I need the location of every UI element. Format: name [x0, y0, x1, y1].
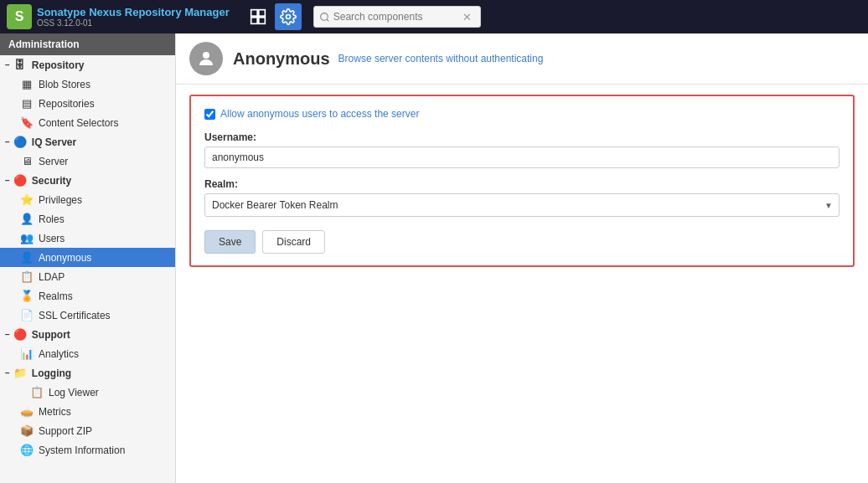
- svg-rect-0: [251, 10, 257, 17]
- sidebar-item-repositories[interactable]: ▤ Repositories: [0, 94, 175, 113]
- browse-icon-btn[interactable]: [245, 3, 271, 30]
- svg-point-4: [286, 15, 290, 19]
- search-clear-icon[interactable]: ✕: [462, 11, 472, 23]
- sidebar-item-metrics[interactable]: 🥧 Metrics: [0, 402, 175, 421]
- blob-icon: ▦: [20, 78, 34, 90]
- sidebar-label: Log Viewer: [49, 387, 99, 398]
- sidebar-item-support-zip[interactable]: 📦 Support ZIP: [0, 421, 175, 440]
- admin-icon-btn[interactable]: [275, 3, 302, 30]
- topbar-icons: [245, 3, 302, 30]
- expand-icon: −: [5, 330, 10, 339]
- sidebar-label: LDAP: [39, 271, 65, 283]
- svg-line-6: [327, 19, 328, 21]
- sidebar-label: Anonymous: [39, 252, 91, 264]
- sidebar-label: SSL Certificates: [39, 310, 111, 321]
- topbar: S Sonatype Nexus Repository Manager OSS …: [0, 0, 868, 33]
- avatar: [189, 42, 223, 75]
- username-input[interactable]: [204, 146, 840, 168]
- expand-icon: −: [5, 176, 10, 185]
- iq-icon: 🔵: [13, 136, 27, 148]
- svg-point-7: [203, 52, 209, 59]
- sidebar-label: Logging: [32, 367, 71, 379]
- title-rest: exus Repository Manager: [97, 6, 230, 18]
- sidebar-item-content-selectors[interactable]: 🔖 Content Selectors: [0, 113, 175, 132]
- ldap-icon: 📋: [20, 270, 34, 283]
- sidebar-label: Users: [39, 233, 65, 244]
- sidebar-label: Security: [32, 175, 71, 187]
- content-sel-icon: 🔖: [20, 116, 34, 129]
- sidebar-item-ssl[interactable]: 📄 SSL Certificates: [0, 306, 175, 325]
- sidebar-item-support[interactable]: − 🔴 Support: [0, 325, 175, 344]
- sidebar-item-roles[interactable]: 👤 Roles: [0, 209, 175, 229]
- zip-icon: 📦: [20, 424, 34, 437]
- search-input[interactable]: [333, 11, 459, 23]
- sidebar-item-security[interactable]: − 🔴 Security: [0, 171, 175, 190]
- sidebar-label: Realms: [39, 290, 73, 302]
- logview-icon: 📋: [30, 386, 44, 398]
- page-description: Browse server contents without authentic…: [338, 53, 544, 64]
- sidebar-item-iq-server[interactable]: − 🔵 IQ Server: [0, 132, 175, 152]
- expand-icon: −: [5, 60, 10, 69]
- sidebar-label: Privileges: [39, 194, 82, 206]
- roles-icon: 👤: [20, 213, 34, 225]
- sidebar-item-privileges[interactable]: ⭐ Privileges: [0, 190, 175, 209]
- title-text: Sonatype: [37, 6, 89, 18]
- save-button[interactable]: Save: [204, 230, 256, 254]
- realm-select[interactable]: Docker Bearer Token Realm Local Authenti…: [204, 193, 840, 217]
- username-group: Username:: [204, 131, 840, 168]
- repos-icon: ▤: [20, 97, 34, 110]
- sidebar-item-repository[interactable]: − 🗄 Repository: [0, 55, 175, 75]
- allow-anonymous-label[interactable]: Allow anonymous users to access the serv…: [220, 108, 419, 120]
- sidebar-item-logging[interactable]: − 📁 Logging: [0, 363, 175, 383]
- sidebar-item-users[interactable]: 👥 Users: [0, 229, 175, 248]
- priv-icon: ⭐: [20, 193, 34, 206]
- svg-rect-1: [259, 10, 266, 17]
- app-title-wrap: Sonatype Nexus Repository Manager OSS 3.…: [37, 6, 233, 28]
- sidebar-item-blob-stores[interactable]: ▦ Blob Stores: [0, 75, 175, 94]
- server-icon: 🖥: [20, 155, 34, 167]
- version-label: OSS 3.12.0-01: [37, 18, 233, 28]
- sidebar-item-realms[interactable]: 🏅 Realms: [0, 286, 175, 306]
- ssl-icon: 📄: [20, 309, 34, 321]
- sidebar-label: Support: [32, 329, 70, 341]
- svg-point-5: [320, 13, 328, 20]
- checkbox-row: Allow anonymous users to access the serv…: [204, 108, 840, 120]
- metrics-icon: 🥧: [20, 405, 34, 418]
- discard-button[interactable]: Discard: [262, 230, 325, 254]
- analytics-icon: 📊: [20, 347, 34, 360]
- sidebar-header: Administration: [0, 33, 175, 55]
- sidebar-item-server[interactable]: 🖥 Server: [0, 152, 175, 171]
- logging-icon: 📁: [13, 367, 27, 379]
- svg-rect-3: [259, 18, 266, 24]
- sidebar-item-analytics[interactable]: 📊 Analytics: [0, 344, 175, 363]
- sidebar-label: Support ZIP: [39, 425, 92, 437]
- sidebar-item-system-info[interactable]: 🌐 System Information: [0, 440, 175, 460]
- support-icon: 🔴: [13, 328, 27, 341]
- sidebar-item-anonymous[interactable]: 👤 Anonymous: [0, 248, 175, 267]
- allow-anonymous-checkbox[interactable]: [204, 109, 215, 120]
- page-header: Anonymous Browse server contents without…: [176, 33, 868, 85]
- logo: S: [7, 4, 32, 29]
- form-panel: Allow anonymous users to access the serv…: [189, 95, 855, 267]
- search-box[interactable]: ✕: [313, 6, 481, 28]
- security-icon: 🔴: [13, 174, 27, 187]
- sidebar-label: Repository: [32, 59, 85, 71]
- realms-icon: 🏅: [20, 290, 34, 302]
- users-icon: 👥: [20, 232, 34, 244]
- realm-group: Realm: Docker Bearer Token Realm Local A…: [204, 178, 840, 217]
- sidebar-label: System Information: [39, 444, 125, 456]
- app-title: Sonatype Nexus Repository Manager: [37, 6, 230, 18]
- title-highlight: N: [89, 6, 96, 18]
- expand-icon: −: [5, 137, 10, 146]
- sidebar-item-log-viewer[interactable]: 📋 Log Viewer: [0, 383, 175, 402]
- layout: Administration − 🗄 Repository ▦ Blob Sto…: [0, 33, 868, 483]
- realm-select-wrapper: Docker Bearer Token Realm Local Authenti…: [204, 193, 840, 217]
- button-row: Save Discard: [204, 230, 840, 254]
- svg-rect-2: [251, 18, 257, 24]
- search-icon: [319, 12, 330, 23]
- main-content: Anonymous Browse server contents without…: [176, 33, 868, 483]
- sidebar-label: Analytics: [39, 348, 79, 360]
- page-title: Anonymous: [233, 49, 330, 69]
- sidebar-item-ldap[interactable]: 📋 LDAP: [0, 267, 175, 286]
- sysinfo-icon: 🌐: [20, 444, 34, 456]
